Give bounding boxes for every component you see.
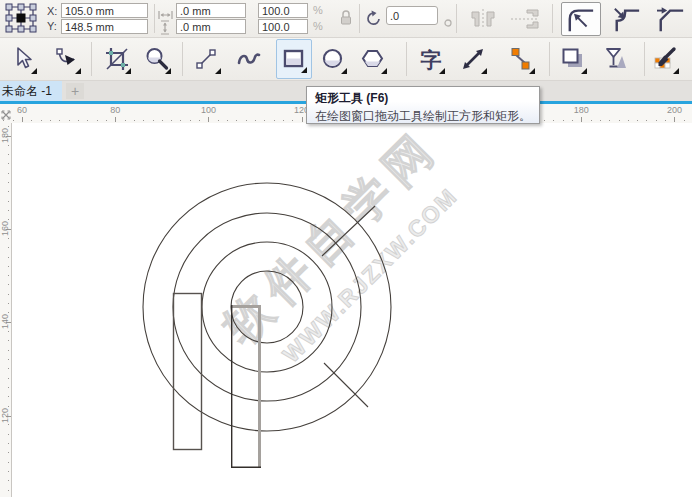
ruler-dot xyxy=(553,120,554,121)
rectangle-tool-button[interactable] xyxy=(276,39,312,79)
property-bar: X: Y: % % xyxy=(0,0,692,38)
freehand-tool-button[interactable] xyxy=(189,39,225,79)
mirror-horizontal-icon[interactable] xyxy=(466,8,500,34)
chamfered-corner-button[interactable] xyxy=(651,2,691,36)
ruler-dot xyxy=(264,120,265,121)
polygon-tool-button[interactable] xyxy=(355,39,391,79)
ruler-dot xyxy=(134,120,135,121)
ruler-dot xyxy=(8,424,9,425)
y-position-input[interactable] xyxy=(61,19,148,34)
canvas[interactable] xyxy=(12,123,692,497)
scale-vertical-input[interactable] xyxy=(258,19,308,34)
mirror-vertical-icon[interactable] xyxy=(508,8,542,34)
transparency-tool-button[interactable] xyxy=(597,39,633,79)
ruler-dot xyxy=(656,120,657,121)
ruler-dot xyxy=(8,406,9,407)
ruler-tick xyxy=(302,117,303,122)
flyout-indicator xyxy=(341,68,347,74)
ruler-dot xyxy=(8,219,9,220)
drop-shadow-tool-button[interactable] xyxy=(555,39,591,79)
scale-horizontal-input[interactable] xyxy=(258,3,308,18)
ruler-dot xyxy=(171,120,172,121)
ruler-dot xyxy=(97,120,98,121)
flyout-indicator xyxy=(301,67,307,73)
object-origin-icon[interactable] xyxy=(4,2,38,38)
text-tool-button[interactable]: 字 xyxy=(413,39,449,79)
ruler-dot xyxy=(8,350,9,351)
flyout-indicator xyxy=(215,68,221,74)
ruler-dot xyxy=(600,120,601,121)
percent-label: % xyxy=(313,20,323,32)
degree-icon xyxy=(444,13,452,31)
connector-tool-button[interactable] xyxy=(503,39,539,79)
shape-tool-button[interactable] xyxy=(49,39,85,79)
flyout-indicator xyxy=(75,68,81,74)
ruler-dot xyxy=(153,120,154,121)
ellipse-tool-button[interactable] xyxy=(315,39,351,79)
y-label: Y: xyxy=(47,20,57,32)
separator xyxy=(552,4,553,33)
separator xyxy=(154,4,155,33)
ruler-dot xyxy=(274,120,275,121)
tooltip: 矩形工具 (F6) 在绘图窗口拖动工具绘制正方形和矩形。 xyxy=(306,86,540,124)
ruler-dot xyxy=(143,120,144,121)
ruler-number: 140 xyxy=(0,307,9,337)
ruler-dot xyxy=(8,368,9,369)
ruler-number: 180 xyxy=(0,121,9,151)
ruler-dot xyxy=(292,120,293,121)
ruler-dot xyxy=(8,266,9,267)
flyout-indicator xyxy=(125,68,131,74)
ruler-dot xyxy=(125,120,126,121)
ruler-dot xyxy=(8,396,9,397)
rotation-angle-input[interactable] xyxy=(386,6,438,25)
crop-tool-button[interactable] xyxy=(99,39,135,79)
ruler-tick xyxy=(115,117,116,122)
ruler-dot xyxy=(180,120,181,121)
ruler-tick xyxy=(22,117,23,122)
lock-ratio-icon[interactable] xyxy=(339,9,353,30)
ruler-dot xyxy=(8,452,9,453)
separator xyxy=(91,42,92,76)
ruler-dot xyxy=(8,490,9,491)
object-height-icon xyxy=(160,20,170,39)
ruler-dot xyxy=(8,191,9,192)
ruler-dot xyxy=(8,201,9,202)
round-corner-button[interactable] xyxy=(561,2,601,36)
ruler-dot xyxy=(190,120,191,121)
ruler-dot xyxy=(8,434,9,435)
ruler-dot xyxy=(8,247,9,248)
ruler-dot xyxy=(8,378,9,379)
ruler-dot xyxy=(628,120,629,121)
object-width-input[interactable] xyxy=(176,3,246,18)
ruler-tick xyxy=(581,117,582,122)
document-tab[interactable]: 未命名 -1 xyxy=(0,81,62,101)
zoom-tool-button[interactable] xyxy=(139,39,175,79)
color-eyedropper-tool-button[interactable] xyxy=(647,39,683,79)
ruler-number: 200 xyxy=(664,105,684,115)
flyout-indicator xyxy=(439,68,445,74)
x-label: X: xyxy=(47,5,57,17)
vertical-ruler[interactable]: 180160140120 xyxy=(0,123,12,497)
tooltip-title: 矩形工具 (F6) xyxy=(307,87,539,107)
ruler-dot xyxy=(8,173,9,174)
new-tab-button[interactable]: + xyxy=(66,83,84,99)
ruler-dot xyxy=(218,120,219,121)
artistic-media-tool-button[interactable] xyxy=(231,39,267,79)
ruler-dot xyxy=(162,120,163,121)
object-height-input[interactable] xyxy=(176,19,246,34)
dimension-tool-button[interactable] xyxy=(455,39,491,79)
pick-tool-button[interactable] xyxy=(5,39,41,79)
toolbox: 字 xyxy=(0,38,692,81)
ruler-dot xyxy=(8,126,9,127)
ruler-dot xyxy=(8,182,9,183)
ruler-dot xyxy=(8,163,9,164)
ruler-tick xyxy=(674,117,675,122)
artistic-media-icon xyxy=(236,46,262,72)
x-position-input[interactable] xyxy=(61,3,148,18)
ruler-dot xyxy=(8,340,9,341)
flyout-indicator xyxy=(481,68,487,74)
separator xyxy=(182,42,183,76)
flyout-indicator xyxy=(529,68,535,74)
ruler-dot xyxy=(619,120,620,121)
scalloped-corner-button[interactable] xyxy=(607,2,647,36)
